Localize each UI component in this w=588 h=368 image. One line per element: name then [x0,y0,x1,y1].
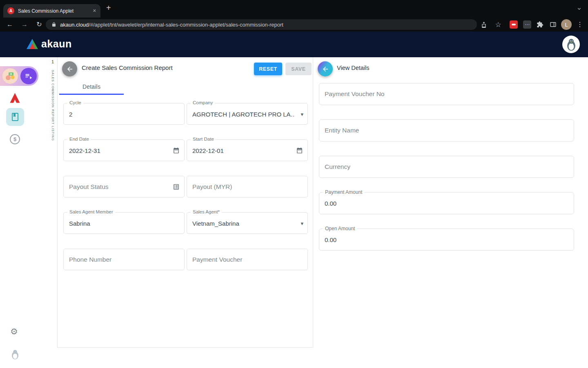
back-arrow-icon [66,65,74,73]
lock-icon [51,22,56,27]
browser-tabstrip: A Sales Commission Applet ✕ + [0,0,588,18]
profile-avatar[interactable]: L [561,19,572,30]
end-date-value: 2022-12-31 [69,147,100,154]
payout-myr-placeholder: Payout (MYR) [192,183,232,191]
sidebar-item-money[interactable]: $ [10,134,20,144]
side-panel-icon[interactable] [550,21,557,28]
tab-favicon-icon: A [7,7,14,14]
browser-tab[interactable]: A Sales Commission Applet ✕ [3,4,100,18]
currency-placeholder: Currency [325,163,350,171]
penguin-icon [565,38,577,51]
company-field[interactable]: Company AGROTECH | AGROTECH PRO LA… ▾ [187,103,308,125]
payment-voucher-no-field[interactable]: Payment Voucher No [319,83,574,105]
details-title: View Details [337,65,370,71]
view-details-card: View Details Payment Voucher No Entity N… [313,57,580,348]
start-date-value: 2022-12-01 [192,147,224,154]
sales-agent-label: Sales Agent* [191,209,222,214]
sales-agent-value: Vietnam_Sabrina [192,220,239,227]
playlist-menu-icon[interactable] [20,68,37,84]
end-date-calendar-icon[interactable] [173,147,180,154]
sales-agent-dropdown-caret-icon[interactable]: ▾ [301,220,303,226]
start-date-label: Start Date [191,137,216,141]
create-report-card: Create Sales Commission Report RESET SAV… [58,57,313,348]
tab-search-chevron-icon[interactable] [577,6,582,13]
tab-indicator [59,94,124,95]
reload-icon[interactable]: ↻ [34,21,44,28]
tab-details-label: Details [82,83,100,90]
payment-amount-value: 0.00 [325,200,336,207]
sales-agent-member-field[interactable]: Sales Agent Member Sabrina [63,212,185,234]
listing-panel-collapsed[interactable]: 1 SALES COMMISSION REPORT LISTING [48,57,58,348]
tab-title: Sales Commission Applet [18,8,89,14]
settings-gear-icon[interactable]: ⚙ [10,327,18,336]
reset-button[interactable]: RESET [254,63,282,75]
currency-field[interactable]: Currency [319,156,574,178]
cycle-label: Cycle [67,100,83,105]
sales-agent-field[interactable]: Sales Agent* Vietnam_Sabrina ▾ [187,212,308,234]
payment-voucher-placeholder: Payment Voucher [192,256,242,263]
start-date-field[interactable]: Start Date 2022-12-01 [187,139,308,161]
end-date-field[interactable]: End Date 2022-12-31 [63,139,185,161]
sidebar-item-active-applet[interactable] [0,66,38,86]
akaun-logo[interactable]: akaun [26,38,72,50]
header-penguin-avatar[interactable] [562,36,580,53]
entity-name-placeholder: Entity Name [325,127,359,134]
payout-status-placeholder: Payout Status [69,183,109,191]
dollar-icon: $ [13,136,16,142]
company-dropdown-caret-icon[interactable]: ▾ [301,111,303,117]
company-label: Company [191,100,215,105]
bookmark-star-icon[interactable]: ☆ [493,21,503,28]
ledger-book-icon [10,112,20,122]
extensions-puzzle-icon[interactable] [537,21,543,28]
listing-vertical-label: SALES COMMISSION REPORT LISTING [51,70,55,141]
sales-agent-member-label: Sales Agent Member [67,209,115,214]
save-button[interactable]: SAVE [285,63,312,75]
company-value: AGROTECH | AGROTECH PRO LA… [192,110,295,117]
back-icon[interactable]: ← [5,21,15,28]
tab-close-icon[interactable]: ✕ [93,8,96,13]
form-title: Create Sales Commission Report [82,64,173,71]
url-domain: akaun.cloud [60,22,89,28]
entity-name-field[interactable]: Entity Name [319,119,574,141]
payout-myr-field[interactable]: Payout (MYR) [187,176,308,197]
screen: A Sales Commission Applet ✕ + ← → ↻ akau… [0,0,588,368]
address-bar[interactable]: akaun.cloud/#/applet/tnt/wavelet/erp/int… [46,19,477,30]
browser-toolbar: ← → ↻ akaun.cloud/#/applet/tnt/wavelet/e… [0,18,588,31]
payment-voucher-field[interactable]: Payment Voucher [187,249,308,270]
open-amount-label: Open Amount [323,226,357,231]
payout-status-list-icon[interactable] [173,183,180,190]
payment-voucher-no-placeholder: Payment Voucher No [325,90,384,98]
dots-extension-icon[interactable]: ⋯ [523,20,531,29]
open-amount-value: 0.00 [325,236,336,243]
sidebar-penguin-icon[interactable] [9,349,21,360]
url-path: /#/applet/tnt/wavelet/erp/internal-sales… [89,22,283,28]
details-back-button[interactable] [318,61,333,76]
applet-art-icon [2,68,18,84]
payout-status-field[interactable]: Payout Status [63,176,185,197]
tab-details[interactable]: Details [59,79,124,95]
form-back-button[interactable] [62,61,77,76]
cycle-field[interactable]: Cycle 2 [63,103,185,125]
start-date-calendar-icon[interactable] [296,147,303,154]
open-amount-field[interactable]: Open Amount 0.00 [319,229,574,251]
phone-number-placeholder: Phone Number [69,256,111,263]
back-arrow-icon [322,65,329,73]
cycle-value: 2 [69,110,72,117]
sales-agent-member-value: Sabrina [69,220,90,227]
logo-text: akaun [41,38,72,50]
browser-menu-kebab-icon[interactable]: ⋮ [575,21,585,28]
red-extension-icon[interactable] [510,20,518,29]
payment-amount-label: Payment Amount [323,189,364,195]
app-header: akaun [0,31,588,57]
forward-icon[interactable]: → [20,21,29,28]
phone-number-field[interactable]: Phone Number [63,249,185,270]
payment-amount-field[interactable]: Payment Amount 0.00 [319,192,574,214]
share-icon[interactable] [481,21,487,28]
akaun-logo-icon [26,38,38,49]
end-date-label: End Date [67,137,91,141]
url-text: akaun.cloud/#/applet/tnt/wavelet/erp/int… [60,22,283,28]
listing-count: 1 [48,59,57,64]
new-tab-button[interactable]: + [106,3,111,13]
red-logo-icon[interactable] [9,92,21,104]
sidebar-item-report-listing[interactable] [6,108,24,126]
